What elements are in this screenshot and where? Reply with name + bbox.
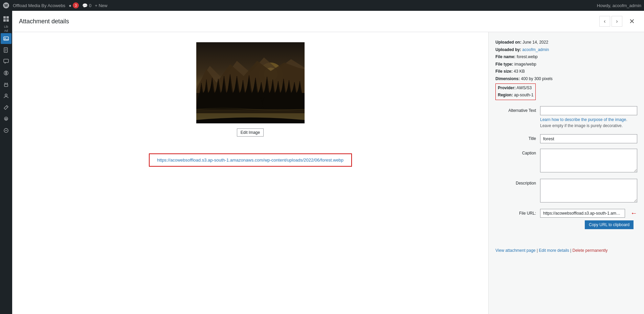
wp-logo-icon: W xyxy=(3,2,9,9)
sidebar-icon-dashboard[interactable] xyxy=(1,14,12,24)
attachment-image xyxy=(196,42,305,123)
admin-bar: W Offload Media By Acowebs ● 3 💬 0 + New… xyxy=(0,0,644,11)
separator-1: | xyxy=(537,248,538,253)
main-layout: Lib Ad xyxy=(0,11,644,314)
new-item[interactable]: + New xyxy=(95,3,107,8)
uploaded-by-label: Uploaded by: xyxy=(495,47,521,52)
provider-label: Provider: xyxy=(498,86,516,90)
file-type-label: File type: xyxy=(495,62,513,67)
svg-rect-14 xyxy=(4,84,8,87)
sidebar-icon-settings[interactable] xyxy=(1,114,12,124)
region-label: Region: xyxy=(498,93,513,97)
sidebar-icon-media[interactable] xyxy=(1,33,12,44)
svg-point-19 xyxy=(5,94,7,96)
file-url-label: File URL: xyxy=(495,211,536,216)
alt-text-row: Alternative Text Learn how to describe t… xyxy=(495,106,637,129)
svg-text:W: W xyxy=(4,3,8,7)
site-name[interactable]: Offload Media By Acowebs xyxy=(13,3,65,8)
caption-row: Caption xyxy=(495,149,637,173)
caption-field xyxy=(540,149,637,173)
uploaded-on-value: June 14, 2022 xyxy=(523,40,548,45)
caption-label: Caption xyxy=(495,149,536,155)
copy-url-button[interactable]: Copy URL to clipboard xyxy=(585,220,634,229)
svg-rect-12 xyxy=(4,59,8,63)
image-container xyxy=(196,42,305,124)
admin-bar-left: W Offload Media By Acowebs ● 3 💬 0 + New xyxy=(3,2,593,9)
region-value: ap-south-1 xyxy=(514,93,533,97)
svg-rect-5 xyxy=(6,19,9,22)
provider-value: AWS/S3 xyxy=(516,86,532,90)
modal-prev-button[interactable]: ‹ xyxy=(599,16,610,27)
uploaded-on-label: Uploaded on: xyxy=(495,40,521,45)
details-panel: Uploaded on: June 14, 2022 Uploaded by: … xyxy=(488,32,644,314)
sidebar-label-lib: Lib xyxy=(4,25,8,28)
svg-point-21 xyxy=(5,118,7,120)
alt-text-label: Alternative Text xyxy=(495,106,536,113)
modal-close-button[interactable]: ✕ xyxy=(626,16,637,27)
dimensions-value: 400 by 300 pixels xyxy=(521,76,552,81)
alt-text-learn-link[interactable]: Learn how to describe the purpose of the… xyxy=(540,117,626,122)
attachment-modal: Attachment details ‹ › ✕ xyxy=(12,11,644,314)
sidebar-icon-collapse[interactable] xyxy=(1,125,12,136)
svg-rect-2 xyxy=(3,16,6,19)
file-name-value: forest.webp xyxy=(517,54,538,59)
content-area: Attachment details ‹ › ✕ xyxy=(12,11,644,314)
alt-text-input[interactable] xyxy=(540,106,637,115)
edit-image-button[interactable]: Edit Image xyxy=(237,128,264,137)
modal-title: Attachment details xyxy=(19,18,599,25)
modal-next-button[interactable]: › xyxy=(612,16,622,27)
description-label: Description xyxy=(495,179,536,186)
sidebar-label-ad: Ad xyxy=(4,29,8,32)
svg-line-20 xyxy=(6,106,7,107)
modal-nav: ‹ › ✕ xyxy=(599,16,637,27)
image-panel: Edit Image https://acowebsoffload.s3.ap-… xyxy=(12,32,488,314)
title-input[interactable] xyxy=(540,134,637,143)
view-attachment-link[interactable]: View attachment page xyxy=(495,248,536,253)
admin-bar-right: Howdy, acoofm_admin xyxy=(597,3,641,8)
svg-rect-4 xyxy=(3,19,6,22)
description-row: Description xyxy=(495,179,637,203)
sidebar-icon-tools[interactable] xyxy=(1,102,12,113)
arrow-icon: ← xyxy=(630,209,637,217)
description-field xyxy=(540,179,637,203)
modal-header: Attachment details ‹ › ✕ xyxy=(12,11,644,32)
copy-url-container: Copy URL to clipboard xyxy=(540,220,637,235)
file-url-row: File URL: ← xyxy=(495,209,637,218)
file-url-input[interactable] xyxy=(540,209,625,218)
file-info: Uploaded on: June 14, 2022 Uploaded by: … xyxy=(495,39,637,101)
svg-rect-3 xyxy=(6,16,9,19)
update-count-badge[interactable]: ● 3 xyxy=(69,2,79,8)
provider-box: Provider: AWS/S3 Region: ap-south-1 xyxy=(495,83,536,100)
description-textarea[interactable] xyxy=(540,179,637,202)
caption-textarea[interactable] xyxy=(540,149,637,172)
sidebar: Lib Ad xyxy=(0,11,12,314)
delete-permanently-link[interactable]: Delete permanently xyxy=(573,248,608,253)
file-name-label: File name: xyxy=(495,54,515,59)
title-row: Title xyxy=(495,134,637,143)
file-size-value: 43 KB xyxy=(514,69,525,74)
sidebar-icon-comments[interactable] xyxy=(1,56,12,67)
file-type-value: image/webp xyxy=(514,62,536,67)
alt-text-hint: Learn how to describe the purpose of the… xyxy=(540,117,637,129)
file-size-label: File size: xyxy=(495,69,513,74)
attachment-links: View attachment page | Edit more details… xyxy=(495,243,637,253)
sidebar-icon-plugins[interactable] xyxy=(1,79,12,90)
title-label: Title xyxy=(495,134,536,141)
comments-item[interactable]: 💬 0 xyxy=(82,3,91,8)
alt-text-field: Learn how to describe the purpose of the… xyxy=(540,106,637,129)
sidebar-icon-pages[interactable] xyxy=(1,45,12,55)
sidebar-icon-users[interactable] xyxy=(1,91,12,101)
sidebar-icon-appearance[interactable] xyxy=(1,68,12,78)
uploaded-by-link[interactable]: acoofm_admin xyxy=(522,47,549,52)
howdy-text: Howdy, acoofm_admin xyxy=(597,3,641,8)
separator-2: | xyxy=(570,248,571,253)
title-field xyxy=(540,134,637,143)
svg-point-7 xyxy=(5,38,6,39)
url-highlight-box[interactable]: https://acowebsoffload.s3.ap-south-1.ama… xyxy=(149,153,352,167)
dimensions-label: Dimensions: xyxy=(495,76,520,81)
edit-more-details-link[interactable]: Edit more details xyxy=(539,248,569,253)
modal-body: Edit Image https://acowebsoffload.s3.ap-… xyxy=(12,32,644,314)
